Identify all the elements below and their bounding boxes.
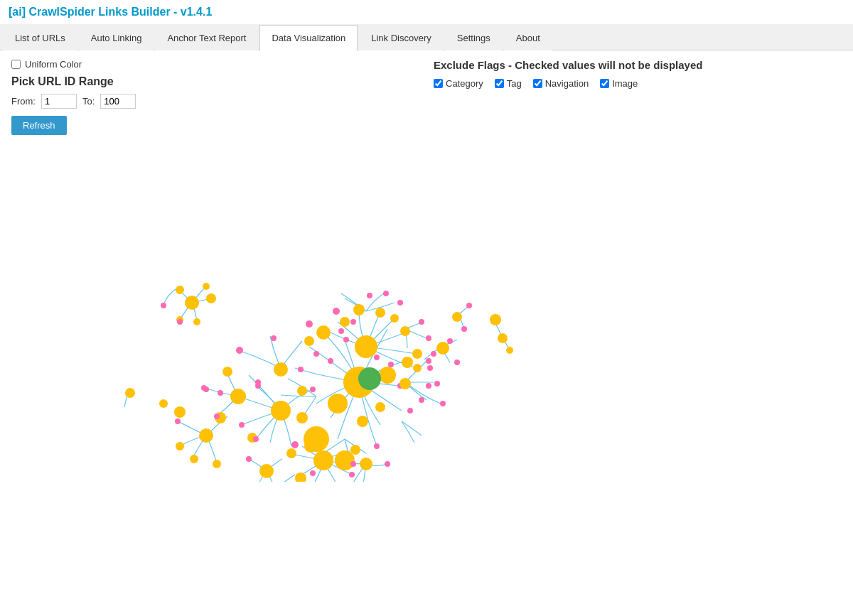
pink-s3[interactable]	[374, 355, 380, 360]
pink-b12[interactable]	[246, 456, 252, 462]
tab-list-of-urls[interactable]: List of URLs	[3, 25, 77, 50]
node-u3[interactable]	[375, 308, 385, 318]
node-b5[interactable]	[286, 448, 296, 458]
pink-ul1[interactable]	[161, 303, 166, 308]
node-6[interactable]	[335, 450, 355, 470]
refresh-button[interactable]: Refresh	[11, 116, 67, 135]
pink-l12[interactable]	[310, 387, 316, 392]
pink-l1[interactable]	[236, 347, 243, 354]
pink-10[interactable]	[447, 338, 453, 344]
pink-s4[interactable]	[388, 362, 394, 367]
node-u4[interactable]	[340, 317, 350, 327]
node-misc3[interactable]	[375, 402, 385, 412]
pink-s9[interactable]	[343, 337, 349, 342]
node-u5[interactable]	[390, 314, 399, 323]
node-b4[interactable]	[295, 472, 306, 482]
node-ul2[interactable]	[206, 293, 216, 303]
node-la1[interactable]	[174, 406, 186, 418]
pink-4[interactable]	[383, 291, 389, 296]
node-u7[interactable]	[412, 349, 422, 359]
pink-l6[interactable]	[214, 414, 220, 419]
node-ul4[interactable]	[203, 283, 210, 290]
pink-12[interactable]	[461, 326, 467, 332]
tab-anchor-text-report[interactable]: Anchor Text Report	[155, 25, 258, 50]
node-u8[interactable]	[413, 364, 422, 372]
node-iso1[interactable]	[490, 314, 501, 325]
pink-l9[interactable]	[253, 436, 259, 442]
to-spinner[interactable]	[100, 94, 136, 109]
tab-settings[interactable]: Settings	[445, 25, 503, 50]
pink-l2[interactable]	[271, 335, 277, 341]
uniform-color-checkbox[interactable]	[11, 60, 21, 69]
flag-image-checkbox[interactable]	[600, 79, 609, 88]
node-b3[interactable]	[360, 458, 372, 470]
pink-8[interactable]	[431, 351, 436, 357]
node-iso4[interactable]	[125, 388, 135, 398]
pink-3[interactable]	[367, 293, 372, 298]
pink-5[interactable]	[397, 300, 403, 306]
node-l10[interactable]	[176, 442, 184, 450]
node-misc6[interactable]	[399, 378, 411, 389]
node-ul1[interactable]	[185, 296, 199, 310]
node-l6[interactable]	[222, 367, 232, 377]
pink-l7[interactable]	[201, 385, 207, 391]
pink-b2[interactable]	[310, 470, 316, 476]
node-l12[interactable]	[213, 460, 221, 468]
node-la2[interactable]	[159, 399, 168, 408]
node-misc5[interactable]	[304, 336, 314, 346]
node-ul3[interactable]	[176, 286, 184, 294]
pink-2[interactable]	[333, 308, 340, 315]
node-u6[interactable]	[400, 326, 410, 336]
pink-l4[interactable]	[218, 390, 223, 396]
pink-b6[interactable]	[350, 461, 356, 467]
tab-about[interactable]: About	[504, 25, 552, 50]
pink-s2[interactable]	[328, 358, 333, 364]
node-l2[interactable]	[230, 389, 246, 404]
pink-l13[interactable]	[298, 367, 304, 372]
pink-s11[interactable]	[350, 319, 356, 325]
pink-9[interactable]	[427, 365, 433, 371]
pink-l10[interactable]	[239, 422, 245, 428]
node-hub-2[interactable]	[355, 335, 377, 358]
pink-l11[interactable]	[255, 383, 261, 389]
pink-b1[interactable]	[291, 441, 299, 448]
node-iso3[interactable]	[506, 347, 513, 354]
pink-6[interactable]	[419, 319, 424, 325]
pink-b19[interactable]	[385, 461, 390, 467]
to-input[interactable]	[100, 94, 136, 109]
pink-13[interactable]	[466, 303, 472, 308]
flag-navigation-checkbox[interactable]	[533, 79, 542, 88]
tab-data-visualization[interactable]: Data Visualization	[259, 25, 358, 50]
pink-r2[interactable]	[440, 401, 446, 406]
pink-s6[interactable]	[407, 408, 413, 414]
node-l8[interactable]	[296, 412, 308, 423]
pink-7[interactable]	[426, 335, 431, 341]
node-b6[interactable]	[350, 445, 360, 455]
node-l3[interactable]	[199, 428, 213, 443]
pink-s8[interactable]	[426, 383, 431, 389]
node-5[interactable]	[379, 367, 396, 384]
node-hub-4[interactable]	[328, 394, 348, 414]
pink-s10[interactable]	[338, 328, 344, 334]
pink-11[interactable]	[454, 360, 460, 365]
pink-s1[interactable]	[313, 351, 319, 357]
node-l1[interactable]	[271, 401, 291, 421]
flag-category-checkbox[interactable]	[434, 79, 443, 88]
pink-1[interactable]	[306, 320, 313, 328]
pink-s7[interactable]	[419, 397, 424, 403]
node-green-center[interactable]	[358, 367, 381, 390]
node-u1[interactable]	[316, 325, 331, 340]
node-u10[interactable]	[436, 342, 449, 355]
pink-l8[interactable]	[175, 418, 181, 424]
pink-ul2[interactable]	[177, 319, 183, 325]
node-misc1[interactable]	[304, 440, 317, 453]
node-iso2[interactable]	[498, 333, 508, 343]
node-l11[interactable]	[190, 455, 198, 463]
from-input[interactable]	[41, 94, 77, 109]
pink-r3[interactable]	[426, 358, 431, 364]
node-l4[interactable]	[274, 362, 288, 377]
node-misc2[interactable]	[357, 416, 368, 427]
node-b1[interactable]	[313, 450, 333, 470]
node-u9[interactable]	[402, 357, 413, 368]
tab-auto-linking[interactable]: Auto Linking	[79, 25, 154, 50]
